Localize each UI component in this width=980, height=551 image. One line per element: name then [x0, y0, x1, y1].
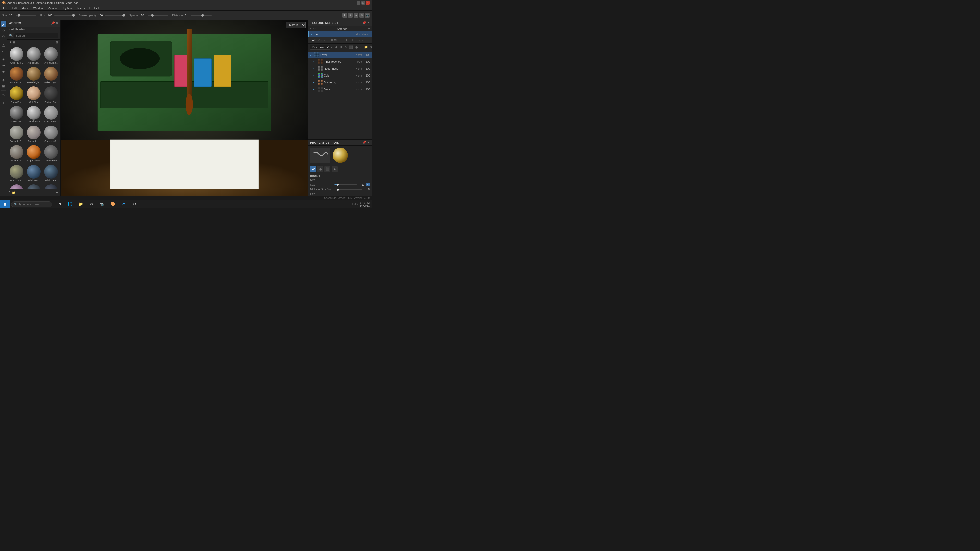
taskbar-app-ps[interactable]: Ps	[118, 200, 129, 208]
menu-help[interactable]: Help	[92, 6, 102, 10]
asset-item[interactable]: Fabric Knit...	[8, 183, 25, 189]
taskbar-app-edge[interactable]: 🌐	[65, 200, 75, 208]
asset-item[interactable]: Fabric Bam...	[8, 164, 25, 183]
stroke-opacity-slider[interactable]	[105, 15, 125, 16]
layer-reorder-icon[interactable]: ⇅	[339, 45, 343, 49]
maximize-button[interactable]: □	[361, 1, 365, 5]
paint-tool[interactable]: 🖌	[1, 21, 6, 27]
layer-item[interactable]: ●Final TouchesPthr100	[308, 59, 372, 65]
size-slider-thumb[interactable]	[337, 184, 339, 186]
blend-mode-select[interactable]: Base color	[310, 44, 330, 50]
asset-item[interactable]: Aluminium...	[8, 46, 25, 65]
asset-item[interactable]: Fabric Rou...	[43, 183, 59, 189]
projection-tool[interactable]: ⬡	[1, 34, 6, 39]
menu-javascript[interactable]: JavaScript	[75, 6, 92, 10]
settings-chevron-icon[interactable]: ▾	[368, 27, 369, 30]
close-button[interactable]: ✕	[366, 1, 369, 5]
asset-item[interactable]: Baked Ligh...	[43, 66, 59, 85]
eyedropper-tool[interactable]: ✦	[1, 57, 6, 62]
camera-icon[interactable]: 📷	[365, 13, 369, 17]
taskbar-app-substance[interactable]: 🎨	[108, 200, 118, 208]
texture-item-vis-icon[interactable]: ●	[310, 33, 312, 36]
size-prop-slider[interactable]	[334, 184, 357, 185]
stroke-opacity-thumb[interactable]	[123, 14, 125, 17]
taskbar-search-bar[interactable]: 🔍	[11, 201, 52, 207]
asset-item[interactable]: Concrete B...	[43, 105, 59, 124]
properties-close-icon[interactable]: ✕	[367, 141, 369, 144]
asset-item[interactable]: Artificial Le...	[43, 46, 59, 65]
assets-grid-icon[interactable]: ⊞	[13, 41, 16, 44]
asset-item[interactable]: Brass Pure	[8, 86, 25, 105]
layer-paint-icon[interactable]: 🖌	[334, 45, 339, 49]
start-button[interactable]: ⊞	[0, 200, 10, 208]
brush-icon-btn[interactable]: 🖌	[310, 166, 316, 172]
asset-item[interactable]: Baked Ligh...	[25, 66, 42, 85]
settings-label[interactable]: Settings	[337, 27, 347, 30]
eraser-tool[interactable]: ◇	[1, 27, 6, 33]
taskbar-app-settings[interactable]: ⚙	[129, 200, 139, 208]
procedural-icon-btn[interactable]: ◈	[331, 166, 338, 172]
layer-fill-icon[interactable]: ⬛	[348, 45, 353, 49]
texture-list-pin-icon[interactable]: 📌	[363, 21, 366, 24]
taskbar-app-mail[interactable]: ✉	[86, 200, 97, 208]
alpha-icon-btn[interactable]: ◑	[317, 166, 323, 172]
layer-item[interactable]: ●ColorNorm100	[308, 72, 372, 79]
size-check-icon[interactable]: ✓	[366, 183, 369, 186]
asset-item[interactable]: Concrete S...	[8, 144, 25, 163]
layer-visibility-icon[interactable]: ●	[313, 67, 317, 70]
canvas-area[interactable]: Material	[61, 20, 308, 196]
transform-tool[interactable]: ⊞	[1, 83, 6, 89]
asset-item[interactable]: Calf Skin	[25, 86, 42, 105]
texture-nav-forward-icon[interactable]: ↪	[313, 27, 316, 30]
layer-item[interactable]: ●RoughnessNorm100	[308, 65, 372, 72]
asset-item[interactable]: Fabric Bas...	[25, 164, 42, 183]
asset-item[interactable]: Fabric Den...	[43, 164, 59, 183]
menu-edit[interactable]: Edit	[10, 6, 19, 10]
clone-tool[interactable]: ⊕	[1, 69, 6, 75]
taskbar-app-camera[interactable]: 📷	[97, 200, 107, 208]
taskbar-search-input[interactable]	[19, 203, 49, 206]
view-both-icon[interactable]: ⊟	[360, 13, 364, 17]
taskbar-app-explorer[interactable]: 🗂	[54, 200, 64, 208]
smudge-tool[interactable]: 〜	[1, 63, 6, 68]
layer-item[interactable]: ●Layer 1Norm100	[308, 52, 372, 59]
assets-view-icon[interactable]: ⊟	[56, 41, 59, 44]
blend-mode-chevron[interactable]: ▾	[331, 46, 332, 49]
size-thumb[interactable]	[18, 14, 20, 17]
annotation-tool[interactable]: ✎	[1, 92, 6, 97]
flow-thumb[interactable]	[72, 14, 75, 17]
view-2d-icon[interactable]: ⊞	[348, 13, 353, 17]
pause-icon[interactable]: ⏸	[342, 13, 347, 17]
menu-viewport[interactable]: Viewport	[46, 6, 61, 10]
layer-item[interactable]: ●BaseNorm100	[308, 86, 372, 93]
distance-slider[interactable]	[191, 15, 212, 16]
menu-python[interactable]: Python	[61, 6, 74, 10]
minimize-button[interactable]: ─	[357, 1, 360, 5]
layers-tab-close-icon[interactable]: ✕	[323, 39, 325, 41]
min-size-slider[interactable]	[337, 189, 362, 190]
asset-item[interactable]: Concrete S...	[43, 124, 59, 144]
search-input[interactable]	[14, 33, 59, 38]
asset-item[interactable]: Fabric Rou...	[25, 183, 42, 189]
asset-item[interactable]: Autumn Le...	[8, 66, 25, 85]
assets-pin-icon[interactable]: 📌	[51, 21, 55, 25]
asset-item[interactable]: Denim Rivet	[43, 144, 59, 163]
layer-visibility-icon[interactable]: ●	[313, 60, 317, 63]
export-tool[interactable]: ⤴	[1, 100, 6, 106]
tab-texture-set-settings[interactable]: TEXTURE SET SETTINGS	[328, 37, 367, 43]
taskbar-app-files[interactable]: 📁	[76, 200, 86, 208]
material-select[interactable]: Material	[286, 22, 306, 28]
assets-import-icon[interactable]: ⤵	[9, 191, 11, 194]
select-tool[interactable]: ▭	[1, 48, 6, 54]
tab-layers[interactable]: LAYERS ✕	[308, 37, 328, 43]
layer-item[interactable]: ●ScatteringNorm100	[308, 79, 372, 86]
assets-star-icon[interactable]: ★	[9, 41, 12, 44]
asset-item[interactable]: Aluminium...	[25, 46, 42, 65]
properties-pin-icon[interactable]: 📌	[363, 141, 366, 144]
layer-mask-icon[interactable]: ◑	[355, 45, 358, 49]
layer-visibility-icon[interactable]: ●	[310, 54, 313, 56]
asset-item[interactable]: Concrete ...	[25, 124, 42, 144]
assets-add-icon[interactable]: +	[56, 190, 59, 195]
move-tool[interactable]: ✥	[1, 77, 6, 83]
layer-fx-icon[interactable]: ✦	[359, 45, 363, 49]
